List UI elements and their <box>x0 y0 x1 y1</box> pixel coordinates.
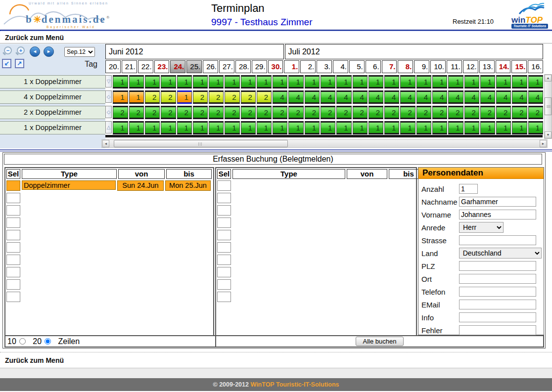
availability-cell[interactable]: 1 <box>496 121 511 134</box>
scroll-left-button[interactable]: ◄ <box>102 140 109 147</box>
availability-cell[interactable]: 1 <box>129 121 144 134</box>
availability-cell[interactable]: 4 <box>273 90 287 104</box>
day-header-cell[interactable]: 25. <box>186 60 202 73</box>
sel-checkbox[interactable] <box>6 292 20 302</box>
availability-cell[interactable]: 2 <box>464 106 479 119</box>
availability-cell[interactable]: 2 <box>193 106 208 119</box>
availability-cell[interactable]: 1 <box>448 75 463 88</box>
availability-cell[interactable]: 4 <box>400 90 415 104</box>
availability-cell[interactable]: 2 <box>113 106 128 119</box>
sel-checkbox[interactable] <box>6 255 20 265</box>
availability-cell[interactable]: 1 <box>528 75 543 88</box>
sel-checkbox[interactable] <box>217 193 231 203</box>
availability-cell[interactable]: 2 <box>241 90 256 104</box>
availability-cell[interactable]: 1 <box>241 121 256 134</box>
day-header-cell[interactable]: 21. <box>122 60 137 73</box>
day-header-cell[interactable]: 10. <box>430 60 446 73</box>
day-header-cell[interactable]: 3. <box>317 60 332 73</box>
availability-cell[interactable]: 1 <box>129 90 144 104</box>
day-header-cell[interactable]: 11. <box>447 60 462 73</box>
sel-checkbox[interactable] <box>217 242 231 253</box>
availability-cell[interactable]: 1 <box>512 121 527 134</box>
availability-cell[interactable]: 1 <box>305 75 320 88</box>
row-spinner-icon[interactable]: △ <box>105 121 112 133</box>
month-select[interactable]: Sep.12 <box>64 47 95 57</box>
availability-cell[interactable]: 4 <box>368 90 383 104</box>
row-spinner-icon[interactable]: ▽ <box>105 75 112 87</box>
day-header-cell[interactable]: 28. <box>235 60 251 73</box>
day-header-cell[interactable]: 12. <box>463 60 478 73</box>
day-header-cell[interactable]: 14. <box>496 60 511 73</box>
availability-cell[interactable]: 4 <box>353 90 368 104</box>
sel-checkbox[interactable] <box>217 180 231 191</box>
sel-checkbox[interactable] <box>6 193 20 203</box>
availability-cell[interactable]: 2 <box>400 106 415 119</box>
availability-cell[interactable]: 1 <box>193 121 208 134</box>
availability-cell[interactable]: 1 <box>353 75 368 88</box>
availability-cell[interactable]: 2 <box>193 90 208 104</box>
sel-checkbox[interactable] <box>217 255 231 265</box>
availability-cell[interactable]: 1 <box>288 75 303 88</box>
availability-cell[interactable]: 1 <box>464 121 479 134</box>
availability-cell[interactable]: 4 <box>305 90 320 104</box>
nachname-input[interactable] <box>459 197 536 207</box>
availability-cell[interactable]: 1 <box>336 121 351 134</box>
availability-cell[interactable]: 1 <box>464 75 479 88</box>
day-header-cell[interactable]: 4. <box>333 60 348 73</box>
horizontal-scroll-thumb[interactable] <box>114 140 288 147</box>
previous-arrow-button[interactable]: ◄ <box>30 46 40 57</box>
availability-cell[interactable]: 1 <box>273 121 287 134</box>
availability-cell[interactable]: 1 <box>496 75 511 88</box>
availability-cell[interactable]: 2 <box>225 106 239 119</box>
day-header-cell[interactable]: 8. <box>398 60 413 73</box>
availability-cell[interactable]: 1 <box>129 75 144 88</box>
rows-option-20-radio[interactable] <box>45 338 51 345</box>
availability-cell[interactable]: 2 <box>177 106 192 119</box>
availability-cell[interactable]: 1 <box>145 75 160 88</box>
availability-cell[interactable]: 2 <box>225 90 239 104</box>
availability-cell[interactable]: 1 <box>512 75 527 88</box>
availability-cell[interactable]: 1 <box>400 75 415 88</box>
day-header-cell[interactable]: 26. <box>203 60 218 73</box>
sel-checkbox[interactable] <box>6 242 20 253</box>
day-header-cell[interactable]: 9. <box>414 60 429 73</box>
fehler-input[interactable] <box>459 325 536 335</box>
day-header-cell[interactable]: 2. <box>300 60 316 73</box>
availability-cell[interactable]: 4 <box>321 90 335 104</box>
availability-cell[interactable]: 1 <box>209 75 224 88</box>
availability-cell[interactable]: 4 <box>288 90 303 104</box>
sel-checkbox[interactable] <box>6 218 20 228</box>
availability-cell[interactable]: 2 <box>209 106 224 119</box>
day-header-cell[interactable]: 5. <box>349 60 365 73</box>
availability-cell[interactable]: 2 <box>321 106 335 119</box>
day-header-cell[interactable]: 29. <box>252 60 267 73</box>
availability-cell[interactable]: 2 <box>353 106 368 119</box>
book-all-button[interactable]: Alle buchen <box>356 337 404 346</box>
availability-cell[interactable]: 4 <box>512 90 527 104</box>
availability-cell[interactable]: 1 <box>288 121 303 134</box>
availability-cell[interactable]: 1 <box>145 121 160 134</box>
anzahl-input[interactable] <box>459 184 478 194</box>
sel-checkbox[interactable] <box>6 230 20 240</box>
day-header-cell[interactable]: 23. <box>154 60 170 73</box>
availability-cell[interactable]: 1 <box>321 121 335 134</box>
availability-cell[interactable]: 1 <box>528 121 543 134</box>
availability-cell[interactable]: 2 <box>273 106 287 119</box>
availability-cell[interactable]: 4 <box>448 90 463 104</box>
availability-cell[interactable]: 1 <box>113 121 128 134</box>
availability-cell[interactable]: 2 <box>416 106 431 119</box>
day-header-cell[interactable]: 15. <box>511 60 527 73</box>
availability-cell[interactable]: 2 <box>241 106 256 119</box>
anrede-select[interactable]: Herr <box>459 222 504 233</box>
row-spinner-icon[interactable]: ◇ <box>105 106 112 118</box>
availability-cell[interactable]: 1 <box>416 75 431 88</box>
info-input[interactable] <box>459 312 536 322</box>
sel-checkbox[interactable] <box>217 218 231 228</box>
availability-cell[interactable]: 1 <box>113 75 128 88</box>
back-to-menu-link-bottom[interactable]: Zurück zum Menü <box>5 356 64 364</box>
availability-cell[interactable]: 2 <box>161 90 176 104</box>
zoom-in-button[interactable]: + <box>15 46 25 56</box>
availability-cell[interactable]: 4 <box>336 90 351 104</box>
sel-checkbox[interactable] <box>6 205 20 216</box>
row-spinner-icon[interactable]: ◇ <box>105 90 112 103</box>
